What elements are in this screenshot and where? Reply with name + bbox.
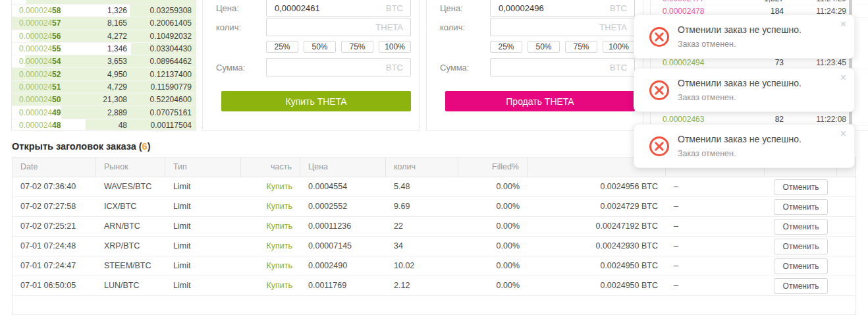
order-side: Купить bbox=[241, 177, 300, 197]
order-dash: – bbox=[666, 177, 765, 197]
order-filled: 0.00% bbox=[458, 256, 528, 276]
close-icon[interactable]: × bbox=[840, 73, 846, 83]
order-side: Купить bbox=[241, 217, 300, 237]
order-date: 07-01 07:24:48 bbox=[13, 237, 96, 256]
cancel-order-button[interactable]: Отменить bbox=[774, 239, 828, 254]
ask-amount: 21,308 bbox=[80, 95, 127, 104]
order-type: Limit bbox=[165, 237, 241, 256]
order-row: 07-01 07:24:48 XRP/BTC Limit Купить 0.00… bbox=[13, 237, 855, 256]
trade-amount: 82 bbox=[732, 115, 784, 124]
order-book-row[interactable]: 0.00002450 21,308 0.52204600 bbox=[12, 94, 196, 106]
order-row: 07-01 06:50:05 LUN/BTC Limit Купить 0.00… bbox=[13, 276, 855, 296]
sell-sum-field: BTC bbox=[490, 58, 635, 76]
close-icon[interactable]: × bbox=[840, 129, 846, 139]
buy-sum-input[interactable] bbox=[267, 59, 410, 76]
order-date: 07-02 07:36:40 bbox=[13, 177, 96, 197]
ask-price: 0.00002456 bbox=[19, 32, 80, 41]
sell-price-label: Цена: bbox=[440, 3, 487, 13]
notification-title: Отменили заказ не успешно. bbox=[678, 24, 801, 35]
ask-amount: 48 bbox=[80, 121, 127, 130]
order-side: Купить bbox=[241, 276, 300, 296]
ask-price: 0.00002454 bbox=[19, 57, 80, 66]
trade-price: 0.00002463 bbox=[663, 115, 732, 124]
error-circle-icon bbox=[649, 26, 670, 47]
order-book-row[interactable]: 0.00002458 1,326 0.03259308 bbox=[12, 5, 196, 17]
order-price: 0.00007145 bbox=[300, 237, 386, 256]
order-dash: – bbox=[666, 256, 765, 276]
sell-qty-input[interactable] bbox=[491, 18, 634, 36]
sell-percent-button[interactable]: 100% bbox=[603, 41, 635, 53]
buy-percent-button[interactable]: 25% bbox=[266, 41, 298, 53]
trade-amount: 1,327 bbox=[732, 0, 784, 3]
ask-total: 0.08964462 bbox=[127, 57, 192, 66]
close-icon[interactable]: × bbox=[840, 19, 846, 30]
ask-price: 0.00002458 bbox=[19, 6, 80, 15]
trade-time: 11:23:45 bbox=[784, 58, 846, 67]
ask-total: 0.03304430 bbox=[127, 44, 192, 53]
order-price: 0.00011236 bbox=[300, 217, 386, 237]
order-side: Купить bbox=[241, 197, 300, 217]
trade-time: 11:24:29 bbox=[784, 0, 846, 3]
buy-price-label: Цена: bbox=[216, 3, 263, 13]
cancel-order-button[interactable]: Отменить bbox=[774, 258, 828, 274]
cancel-order-button[interactable]: Отменить bbox=[774, 278, 828, 294]
sell-sum-input[interactable] bbox=[491, 59, 634, 76]
buy-price-input[interactable] bbox=[267, 0, 410, 16]
sell-percent-button[interactable]: 50% bbox=[528, 41, 560, 53]
sell-percent-button[interactable]: 25% bbox=[490, 41, 522, 53]
order-date: 07-01 07:24:47 bbox=[13, 256, 96, 276]
buy-sum-field: BTC bbox=[266, 58, 411, 76]
order-book-row[interactable]: 0.00002452 4,950 0.12137400 bbox=[12, 68, 196, 80]
order-filled: 0.00% bbox=[458, 177, 528, 197]
buy-percent-button[interactable]: 100% bbox=[379, 41, 411, 53]
order-book-row[interactable]: 0.00002448 48 0.00117504 bbox=[12, 119, 196, 131]
cancel-order-button[interactable]: Отменить bbox=[774, 179, 828, 195]
ask-amount: 4,729 bbox=[80, 82, 127, 92]
order-filled: 0.00% bbox=[458, 276, 528, 296]
order-qty: 9.69 bbox=[386, 197, 458, 217]
order-qty: 10.02 bbox=[386, 256, 458, 276]
col-qty: колич bbox=[386, 158, 458, 177]
ask-price: 0.00002450 bbox=[19, 95, 80, 104]
buy-form-panel: Цена: BTC колич: THETA 25%50%75%100% Сум… bbox=[202, 0, 420, 131]
buy-percent-button[interactable]: 75% bbox=[341, 41, 373, 53]
buy-percent-button[interactable]: 50% bbox=[304, 41, 336, 53]
trade-amount: 73 bbox=[732, 58, 784, 67]
ask-amount: 3,653 bbox=[80, 57, 127, 66]
order-filled: 0.00% bbox=[458, 197, 528, 217]
order-book-panel: 0.00002458 1,326 0.03259308 0.00002457 8… bbox=[11, 0, 196, 131]
buy-qty-input[interactable] bbox=[267, 18, 410, 36]
cancel-order-button[interactable]: Отменить bbox=[774, 219, 828, 235]
order-book-row[interactable]: 0.00002457 8,165 0.20061405 bbox=[12, 17, 196, 30]
sell-price-input[interactable] bbox=[491, 0, 634, 16]
order-book-row[interactable]: 0.00002455 1,346 0.03304430 bbox=[12, 43, 196, 55]
cancel-order-button[interactable]: Отменить bbox=[774, 199, 828, 215]
order-total: 0.0024950 BTC bbox=[528, 276, 666, 296]
order-book-row[interactable]: 0.00002456 4,272 0.10492032 bbox=[12, 30, 196, 43]
sell-submit-button[interactable]: Продать THETA bbox=[445, 91, 635, 111]
open-orders-count: 6 bbox=[142, 141, 148, 152]
trade-row[interactable]: 0.00002477 1,327 11:24:29 bbox=[651, 0, 868, 5]
sell-sum-label: Сумма: bbox=[440, 63, 487, 73]
order-market: STEEM/BTC bbox=[96, 256, 165, 276]
sell-percent-button[interactable]: 75% bbox=[565, 41, 597, 53]
order-book-row[interactable]: 0.00002454 3,653 0.08964462 bbox=[12, 55, 196, 68]
ask-amount: 4,950 bbox=[80, 70, 127, 79]
order-filled: 0.00% bbox=[458, 237, 528, 256]
order-dash: – bbox=[666, 276, 765, 296]
buy-percent-row: 25%50%75%100% bbox=[266, 41, 411, 53]
ask-total: 0.12137400 bbox=[127, 70, 192, 79]
open-orders-table: Date Рынок Тип часть Цена колич Filled% … bbox=[12, 157, 856, 315]
buy-sum-label: Сумма: bbox=[216, 63, 263, 73]
order-book-row[interactable]: 0.00002449 2,889 0.07075161 bbox=[12, 106, 196, 119]
ask-price: 0.00002455 bbox=[19, 44, 80, 53]
error-circle-icon bbox=[649, 80, 670, 101]
order-row: 07-01 07:24:47 STEEM/BTC Limit Купить 0.… bbox=[13, 256, 855, 276]
order-row: 07-02 07:27:58 ICX/BTC Limit Купить 0.00… bbox=[13, 197, 855, 217]
order-total: 0.0024950 BTC bbox=[528, 256, 666, 276]
buy-qty-label: колич: bbox=[216, 22, 263, 32]
order-book-row[interactable]: 0.00002451 4,729 0.11590779 bbox=[12, 81, 196, 94]
buy-qty-field: THETA bbox=[266, 18, 411, 36]
ask-total: 0.03259308 bbox=[127, 6, 192, 15]
buy-submit-button[interactable]: Купить THETA bbox=[221, 91, 411, 111]
